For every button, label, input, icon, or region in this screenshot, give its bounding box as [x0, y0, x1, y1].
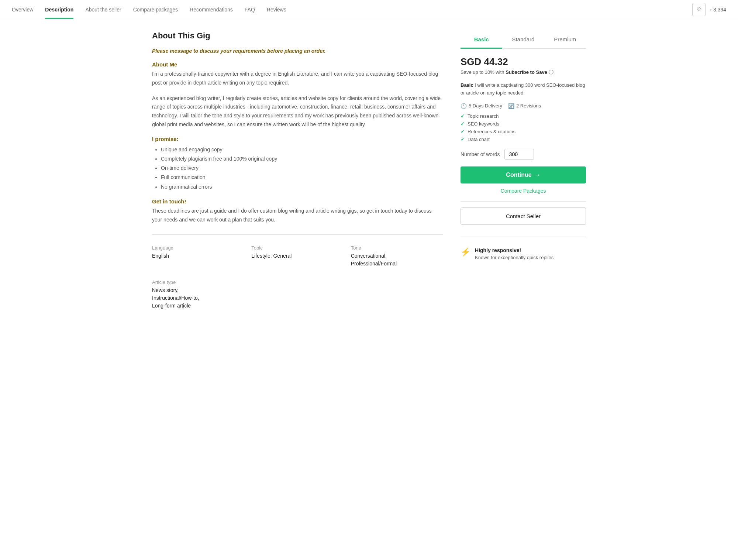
feature-item: ✓ References & citations	[461, 129, 586, 134]
meta-language: Language English	[152, 245, 244, 268]
promise-list: Unique and engaging copy Completely plag…	[152, 145, 443, 192]
check-icon: ✓	[461, 121, 465, 127]
promise-title: I promise:	[152, 136, 443, 142]
list-item: Unique and engaging copy	[161, 145, 443, 154]
language-label: Language	[152, 245, 244, 251]
about-me-text-2: As an experienced blog writer, I regular…	[152, 94, 443, 129]
meta-topic: Topic Lifestyle, General	[251, 245, 343, 268]
nav-item-overview[interactable]: Overview	[12, 0, 33, 19]
feature-item: ✓ Topic research	[461, 113, 586, 119]
language-value: English	[152, 252, 244, 260]
check-icon: ✓	[461, 129, 465, 134]
price-value: SGD 44.32	[461, 56, 586, 68]
get-in-touch-text: These deadlines are just a guide and I d…	[152, 207, 443, 224]
divider	[152, 234, 443, 235]
topic-value: Lifestyle, General	[251, 252, 343, 260]
refresh-icon: 🔄	[508, 103, 514, 109]
responsive-subtitle: Known for exceptionally quick replies	[475, 255, 554, 260]
meta-grid: Language English Topic Lifestyle, Genera…	[152, 245, 443, 310]
heart-icon: ♡	[697, 7, 701, 12]
sidebar-divider-2	[461, 237, 586, 237]
contact-seller-button[interactable]: Contact Seller	[461, 207, 586, 225]
tone-label: Tone	[351, 245, 443, 251]
meta-tone: Tone Conversational,Professional/Formal	[351, 245, 443, 268]
responsive-block: ⚡ Highly responsive! Known for exception…	[461, 243, 586, 265]
check-icon: ✓	[461, 113, 465, 119]
nav-item-about-seller[interactable]: About the seller	[85, 0, 121, 19]
share-icon: ‹	[710, 7, 712, 13]
revisions-info: 🔄 2 Revisions	[508, 103, 541, 109]
italic-note: Please message to discuss your requireme…	[152, 48, 443, 54]
about-me-text-1: I'm a professionally-trained copywriter …	[152, 70, 443, 87]
feature-item: ✓ SEO keywords	[461, 121, 586, 127]
meta-article-type: Article type News story,Instructional/Ho…	[152, 279, 244, 310]
words-label: Number of words	[461, 151, 500, 157]
nav-item-faq[interactable]: FAQ	[245, 0, 255, 19]
continue-button[interactable]: Continue →	[461, 166, 586, 183]
list-item: Full communication	[161, 173, 443, 182]
tab-standard[interactable]: Standard	[502, 31, 544, 49]
nav-item-recommendations[interactable]: Recommendations	[190, 0, 233, 19]
clock-icon: 🕐	[461, 103, 467, 109]
continue-label: Continue	[506, 172, 531, 178]
nav-right: ♡ ‹ 3,394	[692, 3, 726, 16]
responsive-text: Highly responsive! Known for exceptional…	[475, 247, 554, 260]
nav-item-description[interactable]: Description	[45, 0, 73, 19]
favorite-button[interactable]: ♡	[692, 3, 706, 16]
get-in-touch-title: Get in touch!	[152, 198, 443, 205]
list-item: On-time delivery	[161, 164, 443, 173]
delivery-info: 🕐 5 Days Delivery	[461, 103, 502, 109]
check-icon: ✓	[461, 137, 465, 142]
price-block: SGD 44.32 Save up to 10% with Subscribe …	[461, 56, 586, 76]
subscribe-label: Subscribe to Save	[506, 69, 547, 75]
pkg-description-body: I will write a captivating 300 word SEO-…	[461, 82, 585, 96]
tab-premium[interactable]: Premium	[544, 31, 586, 49]
lightning-icon: ⚡	[461, 247, 470, 257]
nav-bar: Overview Description About the seller Co…	[0, 0, 738, 19]
tone-value: Conversational,Professional/Formal	[351, 252, 443, 268]
delivery-label: 5 Days Delivery	[469, 103, 502, 109]
list-item: Completely plagiarism free and 100% orig…	[161, 154, 443, 164]
compare-packages-link[interactable]: Compare Packages	[461, 188, 586, 194]
responsive-title: Highly responsive!	[475, 247, 554, 253]
save-text: Save up to 10% with Subscribe to Save ⓘ	[461, 69, 586, 76]
package-description: Basic I will write a captivating 300 wor…	[461, 82, 586, 97]
nav-item-compare-packages[interactable]: Compare packages	[133, 0, 178, 19]
list-item: No grammatical errors	[161, 182, 443, 192]
nav-items: Overview Description About the seller Co…	[12, 0, 286, 19]
arrow-icon: →	[535, 172, 541, 178]
sidebar-column: Basic Standard Premium SGD 44.32 Save up…	[461, 31, 586, 310]
words-input[interactable]	[504, 149, 534, 160]
article-type-label: Article type	[152, 279, 244, 285]
feature-item: ✓ Data chart	[461, 137, 586, 142]
page-title: About This Gig	[152, 31, 443, 41]
article-type-value: News story,Instructional/How-to,Long-for…	[152, 286, 244, 310]
main-layout: About This Gig Please message to discuss…	[140, 19, 598, 324]
revisions-label: 2 Revisions	[516, 103, 541, 109]
sidebar-divider	[461, 201, 586, 202]
tab-basic[interactable]: Basic	[461, 31, 502, 49]
count-badge: ‹ 3,394	[710, 7, 726, 13]
about-me-title: About Me	[152, 61, 443, 68]
package-meta: 🕐 5 Days Delivery 🔄 2 Revisions	[461, 103, 586, 109]
topic-label: Topic	[251, 245, 343, 251]
package-tabs: Basic Standard Premium	[461, 31, 586, 49]
words-row: Number of words	[461, 149, 586, 160]
info-icon[interactable]: ⓘ	[549, 69, 554, 75]
nav-item-reviews[interactable]: Reviews	[267, 0, 286, 19]
count-value: 3,394	[713, 7, 726, 13]
content-column: About This Gig Please message to discuss…	[152, 31, 443, 310]
features-list: ✓ Topic research ✓ SEO keywords ✓ Refere…	[461, 113, 586, 142]
